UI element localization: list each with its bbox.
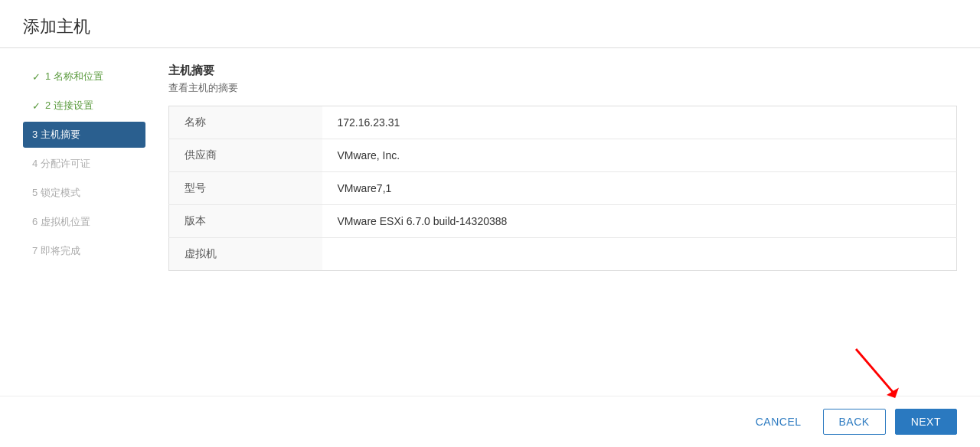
add-host-dialog: 添加主机 ✓1 名称和位置✓2 连接设置3 主机摘要4 分配许可证5 锁定模式6… — [0, 0, 980, 447]
row-value: 172.16.23.31 — [322, 106, 957, 139]
step-item-3: 3 主机摘要 — [23, 122, 145, 148]
step-item-2: ✓2 连接设置 — [23, 93, 145, 119]
step-label: 6 虚拟机位置 — [32, 215, 90, 229]
step-item-7: 7 即将完成 — [23, 238, 145, 264]
row-label: 版本 — [169, 205, 322, 238]
dialog-body: ✓1 名称和位置✓2 连接设置3 主机摘要4 分配许可证5 锁定模式6 虚拟机位… — [0, 48, 980, 396]
step-item-6: 6 虚拟机位置 — [23, 209, 145, 235]
row-label: 型号 — [169, 172, 322, 205]
summary-table: 名称172.16.23.31供应商VMware, Inc.型号VMware7,1… — [168, 106, 957, 271]
row-value — [322, 238, 957, 271]
step-item-5: 5 锁定模式 — [23, 180, 145, 206]
table-row: 型号VMware7,1 — [169, 172, 957, 205]
table-row: 版本VMware ESXi 6.7.0 build-14320388 — [169, 205, 957, 238]
row-value: VMware, Inc. — [322, 139, 957, 172]
row-label: 虚拟机 — [169, 238, 322, 271]
step-label: 3 主机摘要 — [32, 128, 80, 142]
check-icon: ✓ — [32, 100, 41, 112]
row-value: VMware7,1 — [322, 172, 957, 205]
next-button[interactable]: NEXT — [895, 409, 957, 435]
table-row: 供应商VMware, Inc. — [169, 139, 957, 172]
section-title: 主机摘要 — [168, 64, 957, 78]
row-label: 名称 — [169, 106, 322, 139]
table-row: 名称172.16.23.31 — [169, 106, 957, 139]
step-label: 2 连接设置 — [45, 99, 93, 113]
step-item-4: 4 分配许可证 — [23, 151, 145, 177]
steps-sidebar: ✓1 名称和位置✓2 连接设置3 主机摘要4 分配许可证5 锁定模式6 虚拟机位… — [23, 64, 145, 380]
main-content: 主机摘要 查看主机的摘要 名称172.16.23.31供应商VMware, In… — [168, 64, 957, 380]
dialog-title: 添加主机 — [23, 15, 957, 38]
step-item-1: ✓1 名称和位置 — [23, 64, 145, 90]
step-label: 1 名称和位置 — [45, 70, 103, 83]
step-label: 7 即将完成 — [32, 244, 80, 258]
back-button[interactable]: BACK — [823, 409, 886, 435]
check-icon: ✓ — [32, 71, 41, 83]
step-label: 5 锁定模式 — [32, 186, 80, 200]
dialog-header: 添加主机 — [0, 0, 980, 48]
row-value: VMware ESXi 6.7.0 build-14320388 — [322, 205, 957, 238]
section-subtitle: 查看主机的摘要 — [168, 81, 957, 95]
table-row: 虚拟机 — [169, 238, 957, 271]
dialog-footer: CANCEL BACK NEXT — [0, 396, 980, 447]
step-label: 4 分配许可证 — [32, 157, 90, 171]
row-label: 供应商 — [169, 139, 322, 172]
cancel-button[interactable]: CANCEL — [743, 409, 814, 434]
